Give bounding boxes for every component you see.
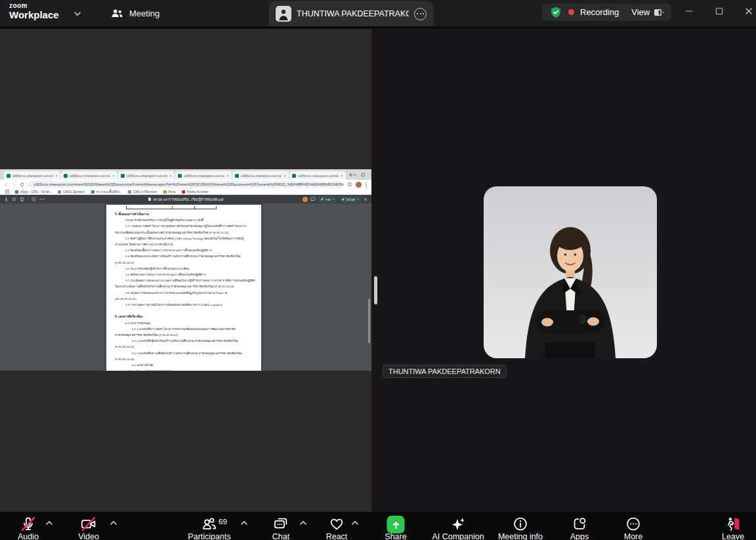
participant-photo (484, 186, 657, 358)
document-line: 5.7 ประเมินผลการสอนและรวบรวมความพึงพอใจจ… (115, 278, 255, 283)
share-icon (387, 516, 405, 533)
captured-window-controls (353, 169, 371, 180)
participants-count: 69 (219, 518, 227, 526)
bookmark-item-3: ระบบจองพื้นที่นั่ง... (91, 189, 123, 194)
document-line: (F-W-09-14-02) (115, 260, 255, 266)
toolbar-participants-chevron-up[interactable] (240, 520, 248, 526)
participants-icon (201, 516, 218, 532)
browser-tab-1: o365cmu.sharepoint.com/sites... (4, 171, 60, 180)
audio-icon (20, 516, 37, 532)
logo-zoom-text: zoom (9, 3, 59, 9)
window-close-button[interactable] (738, 0, 756, 22)
new-tab-icon (346, 173, 353, 180)
toolbar-label-leave: Leave (690, 532, 756, 540)
more-icon (625, 516, 642, 532)
tab-close-icon (284, 175, 286, 177)
bookmark-star-icon (347, 182, 352, 187)
pdf-comment-icon (310, 197, 316, 201)
bookmark-favicon (15, 190, 18, 194)
view-label: View (631, 7, 650, 17)
pdf-draw-button: วาด (318, 196, 337, 203)
bookmark-favicon (58, 190, 61, 194)
toolbar-chat-chevron-up[interactable] (299, 520, 307, 526)
bookmark-favicon (128, 190, 131, 194)
browser-address-bar: o365cmu.sharepoint.com/sites/ISO26/Share… (0, 180, 371, 189)
browser-tab-4: o365cmu.sharepoint.com/sites... (175, 171, 232, 180)
browser-forward-icon (12, 182, 16, 187)
bookmark-item-1: eSign - CMU - Smar... (15, 190, 52, 194)
document-line: 5.8 สรุปผลการทดสอบเอกสารการจ่ายเงิน และค… (115, 290, 255, 296)
logo-workplace-text: Workplace (9, 10, 59, 20)
meeting-status-pill: Recording View (542, 3, 671, 21)
leave-icon (724, 516, 742, 532)
view-button[interactable]: View (631, 7, 664, 17)
document-line: 5.2 จัดทำปฏิทินการฝึกอบรมประจำเดือน (CMU… (115, 236, 255, 241)
security-shield-icon[interactable] (549, 6, 562, 19)
document-line: 5.4 จัดเตรียมแบบประเมินการเรียนเข้าร่วมก… (115, 253, 255, 259)
sharepoint-favicon (178, 174, 182, 178)
pdf-print-icon (20, 197, 24, 201)
tab-options-ellipsis-icon[interactable] (414, 8, 427, 20)
pdf-document-page: 5. ขั้นตอนการดำเนินงานบรรณารักษ์ฝ่ายส่งเ… (106, 205, 261, 371)
bookmarks-apps-grid-icon (5, 190, 9, 194)
meeting-tab-label: Meeting (129, 9, 159, 18)
document-line: (SD-W-09-14-01) (115, 296, 255, 302)
pdf-viewer-toolbar: W-09-14-การสอนเสริม..เรียนรู้สารสนเทศ.pd… (0, 195, 371, 203)
document-line: 5.9 รายงานผลการดำเนินโครงการเงินสมทบค่าห… (115, 302, 255, 308)
apps-icon (572, 516, 588, 532)
toolbar-audio-chevron-up[interactable] (45, 520, 53, 526)
participant-tab-title: THUNTIWA PAKDEEPATRAKORN' (297, 9, 409, 18)
browser-back-icon (4, 182, 9, 187)
document-line: 6.1.2 แบบบันทึกผู้สอบเรียนเข้าร่วมกิจกรร… (115, 338, 255, 344)
toolbar-label-more: More (591, 532, 676, 540)
tab-participant-view[interactable]: THUNTIWA PAKDEEPATRAKORN' (269, 1, 433, 26)
document-line: Visit to Power BI (SD-W-09-14-01) (115, 368, 255, 371)
document-line: ในแบบประเมินความพึงพอใจกิจกรรมฝึกอบรม สำ… (115, 283, 255, 289)
document-line: (F-W-09-14-03) (115, 356, 255, 362)
pdf-save-icon (4, 197, 9, 201)
bookmark-item-6: Adobe Acrobat (182, 190, 208, 194)
sharepoint-favicon (292, 174, 296, 178)
sharepoint-favicon (64, 174, 68, 178)
toolbar-video-chevron-up[interactable] (110, 520, 117, 526)
document-line: 6.1 เอกสารสนับสนุน (115, 320, 255, 326)
tab-meeting[interactable]: Meeting (104, 0, 166, 26)
meeting-controls-toolbar: AudioVideo69ParticipantsChatReactShareAI… (0, 512, 756, 540)
panel-resize-handle[interactable] (374, 276, 377, 304)
document-line: กิจกรรมเพื่อตอบสนองประเด็นยุทธศาสตร์ สำน… (115, 230, 255, 236)
browser-reload-icon (20, 182, 24, 187)
sharepoint-favicon (121, 174, 125, 178)
document-line: สารสนเทศ โดยผ่านการพิจารณาจากหัวหน้างาน (115, 241, 255, 247)
pdf-info-icon (32, 197, 36, 201)
document-line: 5. ขั้นตอนการดำเนินงาน (115, 211, 255, 217)
shared-screen-browser-capture: o365cmu.sharepoint.com/sites...o365cmu.s… (0, 169, 371, 371)
browser-tab-5: o365cmu.sharepoint.com/sites... (232, 171, 289, 180)
browser-url-field: o365cmu.sharepoint.com/sites/ISO26/Share… (28, 181, 344, 188)
pdf-highlight-button: ไฮไลต์ (339, 196, 361, 203)
bookmark-item-5: Alma (163, 190, 176, 194)
toolbar-react-chevron-up[interactable] (351, 520, 359, 526)
browser-bookmarks-bar: eSign - CMU - Smar...CMUL Eprojectระบบจอ… (0, 189, 371, 195)
pdf-star-icon (12, 197, 16, 201)
participant-name-tag: THUNTIWA PAKDEEPATRAKORN (383, 365, 507, 378)
browser-tab-6: o365cmu.sharepoint.com/sites... (289, 171, 346, 180)
window-minimize-button[interactable] (678, 0, 700, 22)
tab-close-icon (226, 175, 229, 177)
pdf-scrollbar (368, 299, 370, 343)
window-maximize-button[interactable] (708, 0, 730, 22)
document-line: 5.6 จัดกิจกรรมการสอน การบรรยาย และการฝึก… (115, 272, 255, 278)
document-line: 6.2 เอกสารอ้างอิง (115, 362, 255, 368)
react-icon (329, 516, 345, 532)
bookmark-favicon (182, 190, 185, 194)
pdf-content-area: 5. ขั้นตอนการดำเนินงานบรรณารักษ์ฝ่ายส่งเ… (0, 203, 371, 371)
participant-video-tile: THUNTIWA PAKDEEPATRAKORN (379, 29, 756, 512)
zoom-workplace-logo: zoom Workplace (9, 3, 59, 20)
workspace-chevron-down-icon[interactable] (74, 11, 81, 16)
tab-close-icon (169, 175, 172, 177)
document-header-table-remnant (126, 206, 217, 209)
bookmark-item-4: CMU e-Payment (128, 190, 157, 194)
document-line: 6.1.1 แบบบันทึกการจัดทำโครงการ/กิจกรรมเพ… (115, 326, 255, 332)
document-line: 5.1 วางแผนการจัดทำโครงการตามยุทธศาสตร์ขอ… (115, 223, 255, 229)
view-layout-icon (654, 8, 664, 17)
pdf-filename: W-09-14-การสอนเสริม..เรียนรู้สารสนเทศ.pd… (148, 197, 224, 202)
